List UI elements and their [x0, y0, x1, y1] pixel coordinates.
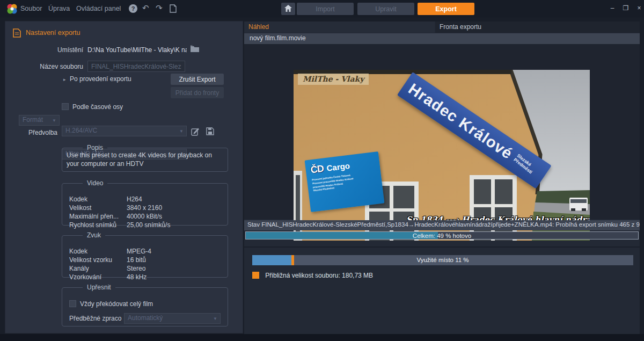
audio-group: Zvuk Kodek MPEG-4 Velikost vzorku 16 bit… [62, 231, 228, 278]
audio-row-label: Velikost vzorku [69, 256, 112, 264]
export-status-text: Stav FINAL_HISHradecKrálové-SlezskéPředm… [244, 220, 640, 230]
nav-upravit-button[interactable]: Upravit [357, 3, 414, 15]
transcode-checkbox-label: Vždy překódovat celý film [80, 300, 153, 308]
filename-label: Název souboru [5, 63, 83, 70]
home-button[interactable] [281, 3, 295, 15]
document-icon[interactable] [170, 4, 177, 13]
separator [244, 246, 640, 248]
audio-row-value: MPEG-4 [127, 248, 151, 255]
station-sub-text: Slezské Předměstí [513, 153, 536, 175]
timeline-checkbox-label: Podle časové osy [72, 103, 123, 111]
undo-icon[interactable]: ↶ [142, 3, 149, 13]
chevron-down-icon: ▼ [213, 316, 217, 321]
cancel-export-button[interactable]: Zrušit Export [171, 74, 224, 85]
video-row-value: H264 [127, 195, 142, 203]
cargo-sign: ČD Cargo Provozní jednotka Česká Třebová… [305, 151, 385, 212]
help-icon[interactable]: ? [129, 4, 137, 13]
edit-preset-icon[interactable] [191, 127, 200, 136]
preprocess-select[interactable]: Automatický▼ [124, 313, 221, 324]
preview-panel: Náhled Fronta exportu nový film.film.mov… [244, 21, 640, 337]
audio-row-label: Kanály [69, 265, 89, 272]
estimated-size-text: Přibližná velikost souboru: 180,73 MB [265, 272, 373, 279]
preprocess-value: Automatický [128, 314, 163, 322]
video-row-value: 25,00 snímků/s [127, 221, 170, 229]
app-logo-icon [6, 3, 18, 14]
add-to-queue-button[interactable]: Přidat do fronty [171, 87, 224, 98]
tab-fronta-exportu[interactable]: Fronta exportu [435, 21, 640, 33]
window-bottom-frame [0, 334, 644, 341]
description-legend: Popis [83, 144, 107, 151]
restore-button[interactable]: ❐ [620, 3, 632, 13]
preview-video-frame: MilThe - Vlaky Hradec Králové Slezské Př… [294, 70, 590, 241]
close-button[interactable]: × [633, 3, 644, 13]
audio-row-value: 48 kHz [127, 273, 147, 281]
save-preset-icon[interactable] [206, 127, 214, 135]
titlebar: Soubor Úprava Ovládací panel ? ↶ ↷ Impor… [0, 0, 644, 18]
cargo-logo-text: Cargo [326, 161, 350, 173]
audio-legend: Zvuk [83, 231, 105, 239]
audio-row-value: Stereo [127, 265, 145, 272]
format-value: H.264/AVC [65, 127, 97, 134]
location-label: Umístění [5, 46, 83, 54]
advanced-legend: Upřesnit [83, 284, 115, 291]
location-value: D:\Na YouTube\MilThe - Vlaky\K nahrání\H… [87, 46, 187, 54]
cd-logo: ČD [310, 163, 324, 176]
audio-row-label: Kodek [69, 248, 87, 255]
format-type-value: Formát [23, 116, 43, 124]
redo-icon[interactable]: ↷ [156, 3, 163, 13]
transcode-checkbox[interactable] [69, 300, 76, 307]
description-text: Use this preset to create 4K videos for … [62, 151, 228, 168]
disk-usage-label: Využité místo 11 % [252, 255, 633, 265]
video-legend: Video [83, 179, 107, 187]
video-row-label: Rychlost snímků [69, 221, 116, 229]
minimize-button[interactable]: – [606, 3, 618, 13]
advanced-group: Upřesnit Vždy překódovat celý film Předb… [62, 284, 228, 327]
chevron-down-icon: ▼ [179, 129, 184, 134]
menu-uprava[interactable]: Úprava [48, 5, 70, 12]
truck [569, 198, 588, 211]
estimated-size-row: Přibližná velikost souboru: 180,73 MB [252, 272, 373, 279]
disk-usage-section: Využité místo 11 % Přibližná velikost so… [244, 241, 640, 337]
preset-label: Předvolba [5, 129, 57, 136]
export-settings-icon [13, 28, 21, 38]
video-row-label: Velikost [69, 204, 91, 212]
description-group: Popis Use this preset to create 4K video… [62, 144, 228, 172]
clip-title: nový film.film.movie [244, 33, 640, 44]
nav-export-button[interactable]: Export [418, 3, 474, 15]
total-progress-bar: Celkem: 49 % hotovo [245, 231, 639, 240]
menu-soubor[interactable]: Soubor [20, 5, 42, 12]
tab-nahled[interactable]: Náhled [244, 21, 435, 33]
window-2 [470, 175, 517, 241]
format-select[interactable]: H.264/AVC▼ [62, 126, 187, 136]
video-row-label: Kodek [69, 195, 87, 203]
export-settings-panel: Nastavení exportu Umístění D:\Na YouTube… [5, 21, 243, 333]
video-group: Video Kodek H264 Velikost 3840 x 2160 Ma… [62, 179, 228, 226]
video-preview-area: MilThe - Vlaky Hradec Králové Slezské Př… [244, 44, 640, 219]
video-row-label: Maximální přen... [69, 213, 119, 220]
watermark-label: MilThe - Vlaky [298, 74, 369, 85]
chevron-down-icon: ▼ [52, 118, 56, 123]
nav-import-button[interactable]: Import [297, 3, 354, 15]
total-progress-label: Celkem: 49 % hotovo [246, 232, 638, 239]
disk-usage-bar: Využité místo 11 % [252, 255, 633, 265]
expander-icon[interactable]: ▸ [63, 77, 66, 82]
timeline-checkbox[interactable] [62, 103, 69, 110]
video-row-value: 40000 kBit/s [127, 213, 162, 220]
folder-icon[interactable] [191, 45, 199, 52]
format-type-select[interactable]: Formát▼ [19, 115, 60, 126]
preprocess-label: Předběžné zpraco [69, 315, 121, 322]
filename-input[interactable] [87, 61, 185, 72]
menu-ovladaci-panel[interactable]: Ovládací panel [76, 5, 121, 12]
home-icon [284, 5, 292, 12]
video-row-value: 3840 x 2160 [127, 204, 162, 212]
audio-row-value: 16 bitů [127, 256, 146, 264]
panel-title: Nastavení exportu [26, 29, 80, 37]
audio-row-label: Vzorkování [69, 273, 101, 281]
size-swatch-icon [252, 272, 259, 279]
after-export-label[interactable]: Po provedení exportu [70, 75, 131, 83]
